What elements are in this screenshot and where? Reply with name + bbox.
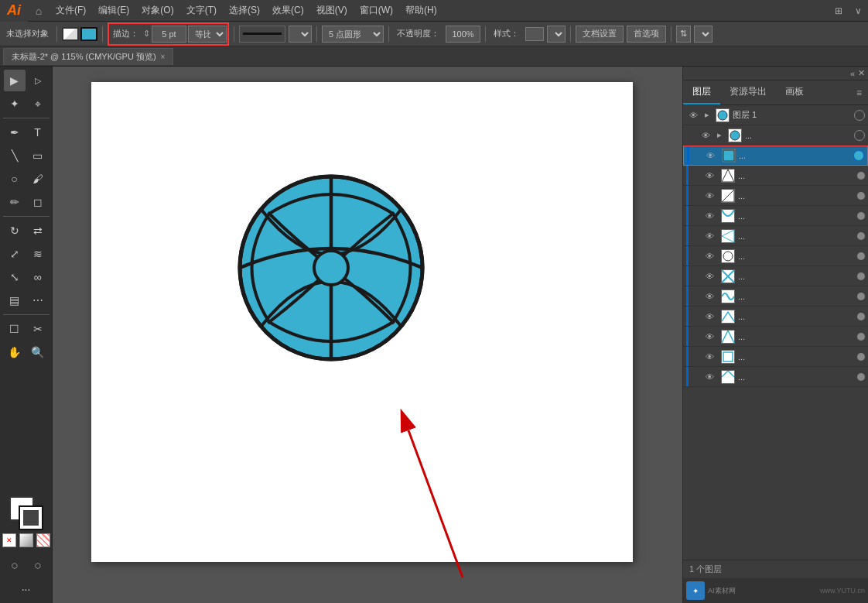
rotate-tool[interactable]: ↻ bbox=[4, 220, 26, 242]
panel-close-icon[interactable]: ✕ bbox=[858, 68, 865, 78]
column-graph-tool[interactable]: ▤ bbox=[4, 290, 26, 311]
direct-select-tool[interactable]: ▷ bbox=[27, 70, 49, 91]
layer-item-1[interactable]: 👁 ▸ ... bbox=[683, 125, 868, 146]
layer-item-0[interactable]: 👁 ▸ 图层 1 bbox=[683, 105, 868, 125]
visibility-icon-10[interactable]: 👁 bbox=[702, 310, 716, 324]
menu-edit[interactable]: 编辑(E) bbox=[92, 0, 135, 21]
slice-tool[interactable]: ✂ bbox=[27, 318, 49, 340]
menu-effect[interactable]: 效果(C) bbox=[266, 0, 310, 21]
tab-close-button[interactable]: × bbox=[161, 53, 166, 61]
layer-target-11[interactable] bbox=[857, 333, 865, 341]
tab-artboards[interactable]: 画板 bbox=[776, 81, 813, 104]
layer-item-3[interactable]: 👁 ... bbox=[683, 166, 868, 186]
layer-target-9[interactable] bbox=[857, 293, 865, 300]
chevron-down-icon[interactable]: ∨ bbox=[849, 5, 868, 16]
lasso-tool[interactable]: ⌖ bbox=[27, 93, 49, 115]
width-tool[interactable]: ⤡ bbox=[4, 266, 26, 288]
visibility-icon-8[interactable]: 👁 bbox=[702, 269, 716, 283]
opacity-input[interactable] bbox=[446, 26, 480, 43]
image-trace-tool[interactable]: ⬡ bbox=[27, 555, 49, 577]
visibility-icon-5[interactable]: 👁 bbox=[702, 209, 716, 223]
visibility-icon-13[interactable]: 👁 bbox=[702, 370, 716, 384]
layer-target-3[interactable] bbox=[857, 172, 865, 180]
stroke-style-select[interactable]: ≡ bbox=[289, 26, 312, 43]
fill-color-swatch[interactable] bbox=[80, 27, 97, 41]
arrangement-button[interactable]: ⇅ bbox=[676, 26, 691, 43]
warp-tool[interactable]: ≋ bbox=[27, 243, 49, 265]
expand-icon-1[interactable]: ▸ bbox=[714, 130, 725, 141]
layer-target-5[interactable] bbox=[857, 212, 865, 220]
visibility-icon-11[interactable]: 👁 bbox=[702, 330, 716, 344]
layer-item-12[interactable]: 👁 ... bbox=[683, 347, 868, 367]
layer-target-12[interactable] bbox=[857, 353, 865, 361]
layer-target-6[interactable] bbox=[857, 232, 865, 240]
layer-target-4[interactable] bbox=[857, 192, 865, 200]
arrangement-select[interactable]: ∨ bbox=[694, 26, 713, 43]
visibility-icon-6[interactable]: 👁 bbox=[702, 229, 716, 243]
layer-target-7[interactable] bbox=[857, 252, 865, 260]
visibility-icon-4[interactable]: 👁 bbox=[702, 189, 716, 203]
menu-object[interactable]: 对象(O) bbox=[135, 0, 179, 21]
scale-tool[interactable]: ⤢ bbox=[4, 243, 26, 265]
document-tab[interactable]: 未标题-2* @ 115% (CMYK/GPU 预览) × bbox=[3, 48, 173, 65]
layer-item-7[interactable]: 👁 ... bbox=[683, 246, 868, 266]
ellipse-tool[interactable]: ○ bbox=[4, 168, 26, 190]
pen-tool[interactable]: ✒ bbox=[4, 122, 26, 143]
tab-layers[interactable]: 图层 bbox=[683, 81, 720, 104]
panel-menu-icon[interactable]: ≡ bbox=[856, 87, 862, 98]
layer-item-4[interactable]: 👁 ... bbox=[683, 186, 868, 206]
visibility-icon-12[interactable]: 👁 bbox=[702, 350, 716, 364]
stroke-shape-select[interactable]: 5 点圆形 bbox=[322, 26, 384, 43]
menu-file[interactable]: 文件(F) bbox=[50, 0, 92, 21]
layer-item-9[interactable]: 👁 ... bbox=[683, 286, 868, 307]
up-down-icon[interactable]: ⇕ bbox=[143, 29, 150, 39]
stroke-eq-select[interactable]: 等比 bbox=[188, 26, 227, 43]
artboard-tool[interactable]: ☐ bbox=[4, 318, 26, 340]
more-tools-button[interactable]: ··· bbox=[15, 578, 37, 600]
panel-collapse-icon[interactable]: « bbox=[850, 69, 855, 78]
layer-item-11[interactable]: 👁 ... bbox=[683, 327, 868, 347]
visibility-icon-9[interactable]: 👁 bbox=[702, 290, 716, 303]
stroke-color-box[interactable] bbox=[19, 505, 43, 530]
pattern-swatch[interactable] bbox=[36, 533, 50, 547]
layer-item-2[interactable]: 👁 ... bbox=[683, 146, 868, 166]
pencil-tool[interactable]: ✏ bbox=[4, 191, 26, 213]
layer-target-8[interactable] bbox=[857, 272, 865, 280]
pixel-preview-tool[interactable]: ⬡ bbox=[4, 555, 26, 577]
preferences-button[interactable]: 首选项 bbox=[627, 26, 666, 43]
gradient-swatch[interactable] bbox=[19, 533, 33, 547]
layer-item-5[interactable]: 👁 ... bbox=[683, 206, 868, 226]
expand-icon-0[interactable]: ▸ bbox=[702, 110, 713, 121]
brush-tool[interactable]: 🖌 bbox=[27, 168, 49, 190]
layer-item-10[interactable]: 👁 ... bbox=[683, 307, 868, 327]
menu-text[interactable]: 文字(T) bbox=[180, 0, 223, 21]
blend-tool[interactable]: ∞ bbox=[27, 266, 49, 288]
layer-item-13[interactable]: 👁 ... bbox=[683, 367, 868, 387]
layer-target-10[interactable] bbox=[857, 313, 865, 320]
line-tool[interactable]: ╲ bbox=[4, 145, 26, 166]
home-icon[interactable]: ⌂ bbox=[28, 0, 50, 22]
select-tool[interactable]: ▶ bbox=[4, 70, 26, 91]
layer-item-8[interactable]: 👁 ... bbox=[683, 266, 868, 286]
doc-settings-button[interactable]: 文档设置 bbox=[576, 26, 624, 43]
none-color-swatch[interactable]: ✕ bbox=[2, 533, 16, 547]
canvas-area[interactable] bbox=[53, 67, 682, 603]
visibility-icon-3[interactable]: 👁 bbox=[702, 169, 716, 183]
stroke-fill-swatch[interactable] bbox=[62, 27, 79, 41]
hand-tool[interactable]: ✋ bbox=[4, 341, 26, 363]
visibility-icon-0[interactable]: 👁 bbox=[686, 108, 700, 122]
layer-target-2[interactable] bbox=[853, 150, 864, 161]
visibility-icon-2[interactable]: 👁 bbox=[703, 149, 717, 163]
eraser-tool[interactable]: ◻ bbox=[27, 191, 49, 213]
visibility-icon-7[interactable]: 👁 bbox=[702, 249, 716, 263]
menu-view[interactable]: 视图(V) bbox=[310, 0, 354, 21]
menu-help[interactable]: 帮助(H) bbox=[399, 0, 443, 21]
menu-select[interactable]: 选择(S) bbox=[223, 0, 266, 21]
style-select[interactable]: ∨ bbox=[547, 26, 566, 43]
magic-wand-tool[interactable]: ✦ bbox=[4, 93, 26, 115]
layer-target-1[interactable] bbox=[854, 130, 865, 141]
zoom-tool[interactable]: 🔍 bbox=[27, 341, 49, 363]
layer-target-0[interactable] bbox=[854, 110, 865, 121]
visibility-icon-1[interactable]: 👁 bbox=[699, 128, 713, 142]
layer-target-13[interactable] bbox=[857, 373, 865, 381]
